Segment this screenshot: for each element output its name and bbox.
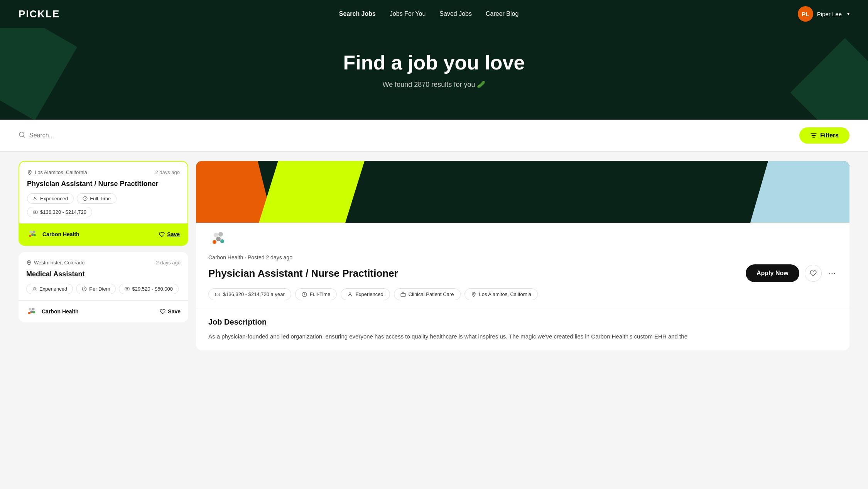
job-tag-salary-1: $136,320 - $214,720 bbox=[27, 207, 92, 217]
job-card-1[interactable]: Los Alamitos, California 2 days ago Phys… bbox=[19, 161, 188, 246]
logo: PICKLE bbox=[19, 8, 60, 20]
job-card-footer-1: Carbon Health Save bbox=[19, 223, 187, 245]
job-detail-title: Physician Assistant / Nurse Practitioner bbox=[208, 267, 398, 279]
svg-point-24 bbox=[218, 232, 223, 237]
job-tag-type-2: Per Diem bbox=[76, 284, 116, 294]
svg-point-20 bbox=[30, 311, 33, 313]
nav-menu: Search Jobs Jobs For You Saved Jobs Care… bbox=[339, 10, 519, 17]
banner-blue-shape bbox=[749, 161, 849, 223]
job-location-2: Westminster, Colorado bbox=[26, 260, 84, 266]
svg-point-32 bbox=[473, 293, 474, 294]
job-card-footer-2: Carbon Health Save bbox=[19, 300, 188, 322]
svg-point-9 bbox=[30, 231, 32, 234]
svg-rect-8 bbox=[33, 211, 37, 213]
job-title-2: Medical Assistant bbox=[26, 270, 181, 278]
job-location-1: Los Alamitos, California bbox=[27, 169, 87, 175]
svg-point-6 bbox=[34, 197, 36, 198]
nav-jobs-for-you[interactable]: Jobs For You bbox=[390, 10, 426, 17]
svg-point-26 bbox=[213, 240, 216, 244]
company-banner bbox=[196, 161, 849, 223]
svg-point-12 bbox=[29, 235, 31, 237]
svg-point-22 bbox=[33, 311, 35, 313]
hero-section: Find a job you love We found 2870 result… bbox=[0, 28, 868, 120]
svg-point-15 bbox=[34, 287, 35, 289]
job-description-section: Job Description As a physician-founded a… bbox=[196, 308, 849, 350]
nav-search-jobs[interactable]: Search Jobs bbox=[339, 10, 376, 17]
detail-tag-experience: Experienced bbox=[341, 288, 390, 300]
job-detail-actions: Apply Now ··· bbox=[746, 264, 837, 282]
detail-tag-location: Los Alamitos, California bbox=[464, 288, 538, 300]
job-detail-panel: Carbon Health · Posted 2 days ago Physic… bbox=[196, 161, 849, 350]
svg-point-11 bbox=[31, 234, 34, 236]
save-job-button[interactable] bbox=[805, 265, 822, 282]
job-time-1: 2 days ago bbox=[155, 169, 180, 175]
job-card-meta-2: Westminster, Colorado 2 days ago bbox=[26, 260, 181, 266]
company-logo-large bbox=[208, 228, 230, 250]
job-detail-meta: Carbon Health · Posted 2 days ago bbox=[208, 254, 837, 261]
more-options-button[interactable]: ··· bbox=[827, 268, 837, 278]
job-desc-text: As a physician-founded and led organizat… bbox=[208, 332, 837, 341]
job-location-text-1: Los Alamitos, California bbox=[35, 169, 87, 175]
company-logo-2 bbox=[26, 305, 39, 318]
chevron-down-icon: ▾ bbox=[847, 11, 849, 17]
save-button-1[interactable]: Save bbox=[159, 231, 180, 237]
user-name: Piper Lee bbox=[817, 11, 842, 17]
nav-saved-jobs[interactable]: Saved Jobs bbox=[439, 10, 472, 17]
save-button-2[interactable]: Save bbox=[160, 308, 181, 315]
search-row: Filters bbox=[0, 120, 868, 152]
svg-line-1 bbox=[23, 136, 24, 137]
detail-tag-category: Clinical Patient Care bbox=[394, 288, 461, 300]
detail-tag-salary: $136,320 - $214,720 a year bbox=[208, 288, 291, 300]
search-icon bbox=[19, 131, 25, 140]
apply-now-button[interactable]: Apply Now bbox=[746, 264, 799, 282]
hero-title: Find a job you love bbox=[19, 51, 849, 74]
svg-rect-28 bbox=[215, 293, 220, 296]
svg-rect-17 bbox=[125, 288, 130, 290]
job-card-2[interactable]: Westminster, Colorado 2 days ago Medical… bbox=[19, 252, 188, 322]
svg-point-27 bbox=[220, 239, 224, 243]
banner-orange-shape bbox=[196, 161, 273, 223]
svg-point-25 bbox=[216, 237, 221, 241]
search-input[interactable] bbox=[29, 132, 799, 139]
company-name-1: Carbon Health bbox=[42, 231, 79, 237]
job-detail-title-row: Physician Assistant / Nurse Practitioner… bbox=[196, 264, 849, 282]
job-card-meta-1: Los Alamitos, California 2 days ago bbox=[27, 169, 180, 175]
job-card-body-1: Los Alamitos, California 2 days ago Phys… bbox=[19, 162, 187, 223]
company-info-2: Carbon Health bbox=[26, 305, 79, 318]
job-tags-2: Experienced Per Diem $29,520 - $50,000 bbox=[26, 284, 181, 294]
company-logo-1 bbox=[27, 228, 39, 240]
svg-point-21 bbox=[28, 312, 30, 314]
banner-shapes bbox=[196, 161, 849, 223]
detail-tag-type: Full-Time bbox=[295, 288, 337, 300]
filters-label: Filters bbox=[820, 132, 839, 139]
search-input-wrap bbox=[19, 131, 799, 140]
company-name-2: Carbon Health bbox=[42, 308, 79, 315]
filters-button[interactable]: Filters bbox=[799, 127, 849, 144]
job-tag-experience-2: Experienced bbox=[26, 284, 73, 294]
job-list: Los Alamitos, California 2 days ago Phys… bbox=[19, 161, 196, 322]
svg-point-5 bbox=[29, 171, 30, 172]
user-menu[interactable]: PL Piper Lee ▾ bbox=[798, 6, 849, 22]
nav-career-blog[interactable]: Career Blog bbox=[486, 10, 518, 17]
svg-point-30 bbox=[349, 293, 351, 294]
main-content: Los Alamitos, California 2 days ago Phys… bbox=[0, 152, 868, 360]
company-info-1: Carbon Health bbox=[27, 228, 79, 240]
svg-point-18 bbox=[29, 308, 32, 311]
job-desc-title: Job Description bbox=[208, 318, 837, 327]
job-tag-type-1: Full-Time bbox=[77, 193, 117, 204]
job-time-2: 2 days ago bbox=[156, 260, 181, 266]
job-tag-experience-1: Experienced bbox=[27, 193, 74, 204]
job-location-text-2: Westminster, Colorado bbox=[34, 260, 84, 266]
job-detail-tags: $136,320 - $214,720 a year Full-Time Exp… bbox=[196, 288, 849, 308]
job-card-body-2: Westminster, Colorado 2 days ago Medical… bbox=[19, 252, 188, 300]
svg-rect-31 bbox=[401, 293, 405, 296]
hero-subtitle: We found 2870 results for you 🥒 bbox=[19, 80, 849, 89]
svg-point-10 bbox=[33, 231, 35, 234]
company-logo-section: Carbon Health · Posted 2 days ago bbox=[196, 223, 849, 261]
svg-point-23 bbox=[214, 233, 218, 237]
job-tags-1: Experienced Full-Time $136,320 - $214,72… bbox=[27, 193, 180, 217]
job-title-1: Physician Assistant / Nurse Practitioner bbox=[27, 180, 180, 188]
svg-point-14 bbox=[29, 261, 30, 262]
banner-yellow-shape bbox=[258, 161, 366, 223]
navbar: PICKLE Search Jobs Jobs For You Saved Jo… bbox=[0, 0, 868, 28]
